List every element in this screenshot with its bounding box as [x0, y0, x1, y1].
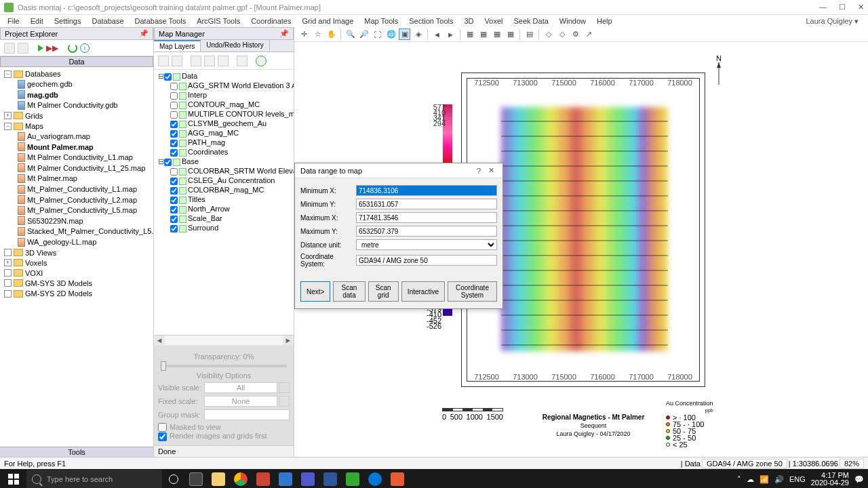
layer-checkbox[interactable]	[170, 140, 178, 147]
ct-globe[interactable]: 🌐	[385, 28, 397, 40]
layer-item[interactable]: Titles	[188, 195, 205, 203]
visible-scale-field[interactable]: All	[204, 382, 277, 393]
menu-edit[interactable]: Edit	[26, 16, 48, 26]
tray-volume-icon[interactable]: 🔊	[774, 475, 784, 484]
dialog-help-button[interactable]: ?	[473, 167, 485, 175]
pe-tool-new[interactable]	[4, 43, 15, 54]
ct-pan[interactable]: ✋	[326, 28, 337, 40]
info-icon[interactable]: i	[80, 43, 90, 53]
app-icon-4[interactable]	[387, 470, 408, 488]
menu-arcgis-tools[interactable]: ArcGIS Tools	[192, 16, 245, 26]
layer-checkbox[interactable]	[170, 130, 178, 138]
menu-seek-data[interactable]: Seek Data	[509, 16, 553, 26]
layer-group[interactable]: Data	[182, 72, 197, 80]
menu-window[interactable]: Window	[555, 16, 591, 26]
ct-tool-a[interactable]: ◈	[412, 28, 424, 40]
layer-checkbox[interactable]	[170, 92, 178, 100]
group-mask-field[interactable]	[204, 409, 290, 420]
maximize-button[interactable]: ☐	[839, 3, 846, 12]
menu-coordinates[interactable]: Coordinates	[246, 16, 296, 26]
menu-help[interactable]: Help	[592, 16, 617, 26]
coord-system-button[interactable]: Coordinate System	[448, 281, 497, 302]
ct-gear[interactable]: ⚙	[570, 28, 581, 40]
tree-item[interactable]: Mt_Palmer_Conductivity_L5.map	[27, 206, 137, 214]
layer-tree[interactable]: ⊟Data AGG_SRTM World Elevation 3 Arc-Sec…	[154, 70, 294, 335]
tree-item[interactable]: Mt_Palmer_Conductivity_L1.map	[27, 185, 137, 193]
ct-grid3[interactable]: ▦	[491, 28, 502, 40]
menu-database-tools[interactable]: Database Tools	[130, 16, 191, 26]
tree-item[interactable]: mag.gdb	[27, 91, 58, 99]
ct-grid4[interactable]: ▦	[505, 28, 516, 40]
tree-voxi[interactable]: VOXI	[25, 269, 43, 277]
word-icon[interactable]	[319, 470, 341, 488]
status-coord-system[interactable]: GDA94 / AMG zone 50	[702, 459, 787, 468]
ct-zoom-fit[interactable]: ⛶	[372, 28, 383, 40]
layer-checkbox[interactable]	[170, 168, 178, 176]
layer-checkbox[interactable]	[170, 206, 178, 214]
layer-item[interactable]: PATH_mag	[188, 138, 225, 146]
edge-icon[interactable]	[364, 470, 386, 488]
app-icon-2[interactable]	[275, 470, 296, 488]
coord-system-input[interactable]	[356, 255, 497, 266]
slider-thumb[interactable]	[161, 361, 166, 371]
ct-db[interactable]: ▤	[524, 28, 535, 40]
min-x-input[interactable]	[356, 185, 497, 196]
menu-grid-image[interactable]: Grid and Image	[298, 16, 359, 26]
expand-icon[interactable]	[4, 290, 12, 298]
tree-voxels[interactable]: Voxels	[25, 259, 47, 267]
mm-tool-3[interactable]	[191, 56, 201, 66]
ct-grid2[interactable]: ▦	[477, 28, 489, 40]
expand-icon[interactable]	[4, 279, 12, 287]
taskbar-search[interactable]: Type here to search	[26, 470, 162, 488]
layer-checkbox[interactable]	[170, 178, 178, 185]
scroll-left-icon[interactable]: ◄	[154, 336, 165, 344]
horizontal-scrollbar[interactable]: ◄ ►	[154, 335, 294, 346]
interactive-button[interactable]: Interactive	[401, 281, 445, 302]
max-y-input[interactable]	[356, 226, 497, 237]
ct-select[interactable]: ☆	[312, 28, 323, 40]
tree-item[interactable]: Stacked_Mt_Palmer_Conductivity_L5.map	[27, 228, 153, 236]
map-viewport[interactable]: N 577410341294 -133-223-246-281-302-326-…	[294, 42, 868, 457]
expand-icon[interactable]: +	[4, 112, 12, 119]
tree-item[interactable]: geochem.gdb	[27, 80, 73, 88]
ct-fwd[interactable]: ►	[445, 28, 456, 40]
mm-tool-6[interactable]	[237, 56, 248, 66]
mm-tool-2[interactable]	[172, 56, 182, 66]
layer-item[interactable]: Interp	[188, 91, 207, 99]
tree-item[interactable]: Mt Palmer Conductivity_L1_25.map	[27, 164, 145, 172]
transparency-slider[interactable]	[161, 365, 287, 367]
minimize-button[interactable]: —	[819, 3, 827, 12]
tray-clock[interactable]: 4:17 PM 2020-04-29	[811, 472, 849, 487]
tray-wifi-icon[interactable]: 📶	[760, 475, 769, 484]
start-button[interactable]	[1, 470, 26, 488]
fast-forward-icon[interactable]: ▶▶	[46, 43, 58, 53]
refresh-icon[interactable]	[68, 43, 77, 53]
tree-gmsys2d[interactable]: GM-SYS 2D Models	[25, 289, 92, 298]
mm-tool-5[interactable]	[218, 56, 229, 66]
expand-icon[interactable]: ⊟	[158, 71, 164, 81]
min-y-input[interactable]	[356, 199, 497, 209]
scroll-track[interactable]	[165, 336, 283, 345]
ct-pointer[interactable]: ✛	[298, 28, 310, 40]
layer-item[interactable]: COLORBAR_mag_MC	[188, 186, 264, 194]
menu-3d[interactable]: 3D	[460, 16, 479, 26]
tree-gmsys3d[interactable]: GM-SYS 3D Models	[25, 279, 92, 287]
scan-grid-button[interactable]: Scan grid	[368, 281, 399, 302]
max-x-input[interactable]	[356, 212, 497, 223]
distance-unit-select[interactable]: metre	[356, 239, 497, 250]
layer-item[interactable]: MULTIPLE CONTOUR levels_mag_MC	[188, 110, 294, 118]
app-icon-1[interactable]	[252, 470, 274, 488]
ct-zoom-out[interactable]: 🔎	[358, 28, 370, 40]
tree-item[interactable]: WA_geology-LL.map	[27, 238, 96, 246]
layer-item[interactable]: AGG_mag_MC	[188, 129, 239, 137]
close-button[interactable]: ✕	[858, 3, 864, 12]
layer-item[interactable]: Surround	[188, 224, 218, 232]
ct-grid1[interactable]: ▦	[464, 28, 475, 40]
ct-export[interactable]: ↗	[583, 28, 595, 40]
layer-item[interactable]: COLORBAR_SRTM World Elevation 3 Arc-Se…	[188, 167, 294, 175]
layer-item[interactable]: North_Arrow	[188, 205, 230, 213]
expand-icon[interactable]: +	[4, 259, 12, 266]
layer-checkbox[interactable]	[164, 73, 172, 81]
render-first-checkbox[interactable]	[158, 432, 167, 441]
expand-icon[interactable]	[4, 269, 12, 277]
